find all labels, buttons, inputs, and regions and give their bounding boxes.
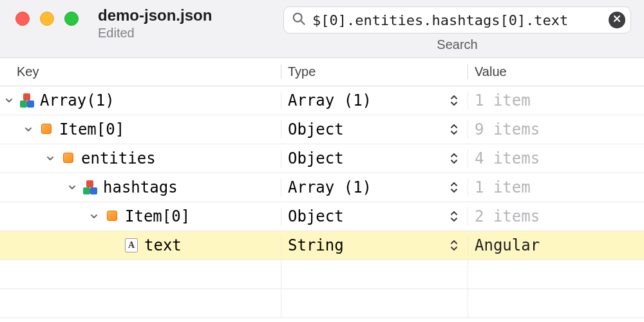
window-subtitle: Edited	[98, 26, 212, 41]
empty-row	[0, 260, 644, 289]
type-stepper-icon[interactable]	[450, 181, 459, 194]
cell-value[interactable]: 1 item	[468, 178, 644, 196]
cell-key: Item[0]	[0, 207, 281, 225]
cell-type[interactable]: Object	[281, 120, 468, 138]
close-window-button[interactable]	[15, 12, 30, 26]
key-label: Array(1)	[40, 91, 115, 109]
search-icon	[292, 12, 306, 28]
cell-key: Atext	[0, 236, 281, 254]
column-header-value[interactable]: Value	[468, 64, 644, 79]
svg-point-0	[294, 14, 302, 22]
svg-line-1	[301, 21, 305, 24]
cell-type[interactable]: Object	[281, 149, 468, 167]
value-label: Angular	[475, 236, 540, 254]
type-label: Object	[288, 149, 344, 167]
cell-key: hashtags	[0, 178, 281, 196]
array-icon	[18, 93, 36, 108]
cell-type[interactable]: Array (1)	[281, 178, 468, 196]
cell-type[interactable]: Array (1)	[281, 91, 468, 109]
type-label: Object	[288, 207, 344, 225]
disclosure-chevron-icon[interactable]	[23, 124, 33, 135]
key-label: Item[0]	[125, 207, 190, 225]
value-label: 9 items	[475, 120, 540, 138]
type-stepper-icon[interactable]	[450, 210, 459, 223]
value-label: 2 items	[475, 207, 540, 225]
clear-search-button[interactable]	[609, 12, 625, 28]
cell-value[interactable]: 4 items	[468, 149, 644, 167]
column-header-key[interactable]: Key	[17, 64, 281, 79]
disclosure-chevron-icon[interactable]	[4, 95, 14, 106]
object-icon	[103, 210, 121, 223]
type-label: String	[288, 236, 344, 254]
cell-value[interactable]: Angular	[468, 236, 644, 254]
disclosure-chevron-icon[interactable]	[45, 153, 55, 164]
type-label: Object	[288, 120, 344, 138]
search-label: Search	[437, 37, 477, 52]
cell-key: Item[0]	[0, 120, 281, 138]
cell-value[interactable]: 1 item	[468, 91, 644, 109]
maximize-window-button[interactable]	[64, 12, 79, 26]
search-field[interactable]	[283, 6, 631, 33]
cell-key: Array(1)	[0, 91, 281, 109]
close-icon	[612, 14, 621, 26]
object-icon	[37, 123, 55, 136]
type-label: Array (1)	[288, 178, 372, 196]
window-title-block: demo-json.json Edited	[98, 6, 212, 41]
string-icon: A	[122, 238, 140, 252]
value-label: 4 items	[475, 149, 540, 167]
tree-row[interactable]: Array(1)Array (1)1 item	[0, 86, 644, 115]
type-stepper-icon[interactable]	[450, 239, 459, 252]
tree-row[interactable]: Item[0]Object2 items	[0, 202, 644, 231]
column-header-type[interactable]: Type	[281, 64, 468, 79]
disclosure-chevron-icon[interactable]	[67, 182, 77, 193]
type-stepper-icon[interactable]	[450, 152, 459, 165]
key-label: entities	[81, 149, 156, 167]
value-label: 1 item	[475, 178, 531, 196]
type-stepper-icon[interactable]	[450, 94, 459, 107]
cell-type[interactable]: String	[281, 236, 468, 254]
key-label: Item[0]	[59, 120, 124, 138]
minimize-window-button[interactable]	[40, 12, 54, 26]
columns-header: Key Type Value	[0, 58, 644, 86]
disclosure-chevron-icon[interactable]	[89, 211, 99, 222]
tree-row[interactable]: hashtagsArray (1)1 item	[0, 173, 644, 202]
key-label: hashtags	[103, 178, 178, 196]
cell-key: entities	[0, 149, 281, 167]
cell-value[interactable]: 9 items	[468, 120, 644, 138]
tree-row[interactable]: AtextStringAngular	[0, 231, 644, 260]
type-label: Array (1)	[288, 91, 372, 109]
cell-value[interactable]: 2 items	[468, 207, 644, 225]
type-stepper-icon[interactable]	[450, 123, 459, 136]
cell-type[interactable]: Object	[281, 207, 468, 225]
tree-row[interactable]: Item[0]Object9 items	[0, 115, 644, 144]
search-input[interactable]	[312, 12, 602, 28]
search-block: Search	[283, 6, 631, 52]
empty-row	[0, 289, 644, 318]
traffic-lights	[15, 12, 79, 26]
array-icon	[81, 180, 99, 194]
window-title: demo-json.json	[98, 6, 212, 24]
tree: Array(1)Array (1)1 itemItem[0]Object9 it…	[0, 86, 644, 318]
value-label: 1 item	[475, 91, 531, 109]
object-icon	[59, 152, 77, 165]
titlebar: demo-json.json Edited Search	[0, 0, 644, 58]
tree-row[interactable]: entitiesObject4 items	[0, 144, 644, 173]
key-label: text	[144, 236, 182, 254]
